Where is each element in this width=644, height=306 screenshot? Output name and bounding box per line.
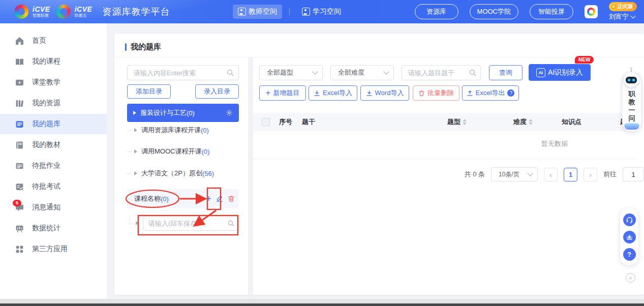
user-area[interactable]: 正式版 刘宵宁 xyxy=(609,2,637,21)
customer-service-button[interactable] xyxy=(623,213,636,226)
sidebar-item-home[interactable]: 首页 xyxy=(0,30,107,51)
sidebar-item-my-textbooks[interactable]: 我的教材 xyxy=(0,135,107,155)
tree-node-selected[interactable]: 服装设计与工艺 (0) xyxy=(127,104,239,122)
download-icon xyxy=(314,90,320,97)
ai-recognition-button[interactable]: Ai AI识别录入 xyxy=(529,64,591,81)
table-bottom-divider xyxy=(253,159,637,159)
caret-right-icon xyxy=(136,221,139,225)
difficulty-select[interactable]: 全部难度 xyxy=(330,65,394,80)
question-bank-icon xyxy=(15,120,24,129)
excel-import-button[interactable]: Excel导入 xyxy=(309,85,357,101)
tree-node-count: (56) xyxy=(202,170,214,177)
window-scrollbar-strip[interactable] xyxy=(0,299,644,303)
question-type-select[interactable]: 全部题型 xyxy=(259,65,323,80)
textbook-icon xyxy=(15,141,24,149)
username: 刘宵宁 xyxy=(609,12,629,21)
tree-node-label: 调用资源库课程开课 xyxy=(141,126,201,135)
button-label: Excel导出 xyxy=(476,88,505,98)
add-child-node-icon[interactable]: + xyxy=(206,194,211,203)
main-panel: 我的题库 添加目录 录入目录 服装设计与工艺 (0) 调用资源库课程开课 (0)… xyxy=(114,34,644,295)
tree-node-label: 大学语文（2P）原创 xyxy=(141,169,202,178)
add-directory-button[interactable]: 添加目录 xyxy=(127,84,171,99)
tree-connector xyxy=(127,130,132,131)
batch-delete-button[interactable]: 批量删除 xyxy=(413,85,459,101)
sidebar-item-third-party-apps[interactable]: 第三方应用 xyxy=(0,239,107,259)
page-title-text: 我的题库 xyxy=(131,42,161,52)
sidebar-item-label: 课堂教学 xyxy=(32,78,60,87)
caret-right-icon xyxy=(134,149,137,154)
sidebar-item-pending-exams[interactable]: 待批考试 xyxy=(0,176,107,197)
headset-icon xyxy=(626,216,633,224)
open-book-icon xyxy=(15,57,24,66)
download-button[interactable] xyxy=(623,231,636,243)
search-icon xyxy=(227,69,234,76)
sidebar-item-label: 消息通知 xyxy=(32,203,60,212)
add-question-button[interactable]: + 新增题目 xyxy=(259,85,306,101)
close-floating-toolbar-button[interactable]: × xyxy=(626,273,635,283)
link-smart-casting[interactable]: 智能投屏 xyxy=(530,4,573,19)
header-right: 资源库 MOOC学院 智能投屏 正式版 刘宵宁 xyxy=(415,0,637,23)
brand-zhijiaoyun: iCVE 职教云 xyxy=(75,6,93,18)
tree-search-input[interactable] xyxy=(127,65,239,80)
title-accent-bar xyxy=(125,43,127,51)
prev-page-button[interactable]: ‹ xyxy=(544,168,558,181)
query-button[interactable]: 查询 xyxy=(489,65,523,80)
page-size-select[interactable]: 10条/页 xyxy=(491,167,538,181)
statistics-icon xyxy=(15,224,24,233)
sidebar-item-data-statistics[interactable]: 数据统计 xyxy=(0,218,107,238)
page-1-button[interactable]: 1 xyxy=(564,168,577,181)
nav-teacher-space[interactable]: 教师空间 xyxy=(233,5,282,19)
sort-icon[interactable] xyxy=(529,119,533,125)
link-mooc-academy[interactable]: MOOC学院 xyxy=(470,4,518,19)
delete-node-icon[interactable] xyxy=(228,195,235,202)
brand-icve: iCVE 智慧职教 xyxy=(33,6,50,18)
tree-node-label: 服装设计与工艺 xyxy=(140,108,187,117)
sidebar-item-my-resources[interactable]: 我的资源 xyxy=(0,93,107,113)
gear-icon[interactable] xyxy=(226,109,233,116)
sidebar-item-my-question-bank[interactable]: 我的题库 xyxy=(0,114,107,134)
goto-page-input[interactable] xyxy=(623,167,644,181)
select-value: 10条/页 xyxy=(499,170,519,179)
help-icon[interactable]: ? xyxy=(507,89,514,97)
sidebar-item-pending-homework[interactable]: 待批作业 xyxy=(0,156,107,176)
icve-zhihuizhijiao-logo-icon xyxy=(14,5,28,19)
word-import-button[interactable]: Word导入 xyxy=(360,85,409,101)
next-page-button[interactable]: › xyxy=(584,168,597,181)
column-header-type[interactable]: 题型 xyxy=(447,117,467,127)
cloud-download-icon xyxy=(626,233,633,241)
play-video-icon xyxy=(15,78,24,87)
edit-node-icon[interactable] xyxy=(216,195,223,202)
input-directory-button[interactable]: 录入目录 xyxy=(195,84,239,99)
total-count: 共 0 条 xyxy=(465,170,485,179)
excel-export-button[interactable]: Excel导出 ? xyxy=(462,85,519,101)
sort-icon[interactable] xyxy=(463,119,467,125)
caret-right-icon xyxy=(134,128,137,132)
mini-app-logo-icon[interactable] xyxy=(585,5,598,18)
button-label: Word导入 xyxy=(375,88,404,98)
sidebar-item-label: 我的题库 xyxy=(32,119,60,129)
new-node-input[interactable] xyxy=(143,216,239,231)
icve-zhijiaoyun-logo-icon xyxy=(56,5,71,19)
tree-node-course-name[interactable]: 课程名称 (0) + xyxy=(127,189,239,208)
ai-button-label: AI识别录入 xyxy=(548,68,583,77)
user-menu[interactable]: 刘宵宁 xyxy=(609,12,635,21)
sidebar-item-my-courses[interactable]: 我的课程 xyxy=(0,51,107,72)
select-all-checkbox[interactable] xyxy=(262,118,270,126)
sidebar-item-classroom-teaching[interactable]: 课堂教学 xyxy=(0,72,107,93)
sidebar-item-label: 我的课程 xyxy=(32,57,60,66)
column-header-knowledge-point: 知识点 xyxy=(562,117,581,127)
tree-node[interactable]: 大学语文（2P）原创 (56) xyxy=(127,166,239,181)
tree-child-connector xyxy=(129,216,135,224)
tree-node-count: (0) xyxy=(187,109,195,117)
nav-learning-space[interactable]: 学习空间 xyxy=(297,5,346,19)
goto-label: 前往 xyxy=(603,170,617,179)
column-header-difficulty[interactable]: 难度 xyxy=(513,117,533,127)
help-button[interactable]: ? xyxy=(623,248,636,261)
tree-node[interactable]: 调用资源库课程开课 (0) xyxy=(127,123,239,138)
tree-node[interactable]: 调用MOOC课程开课 (0) xyxy=(127,144,239,159)
link-resource-library[interactable]: 资源库 xyxy=(415,4,458,19)
download-icon xyxy=(366,90,373,97)
tree-node-actions: + xyxy=(206,195,235,203)
sidebar-item-notifications[interactable]: 5 消息通知 xyxy=(0,197,107,218)
assistant-widget[interactable]: 职 教 一 问 xyxy=(622,73,641,132)
